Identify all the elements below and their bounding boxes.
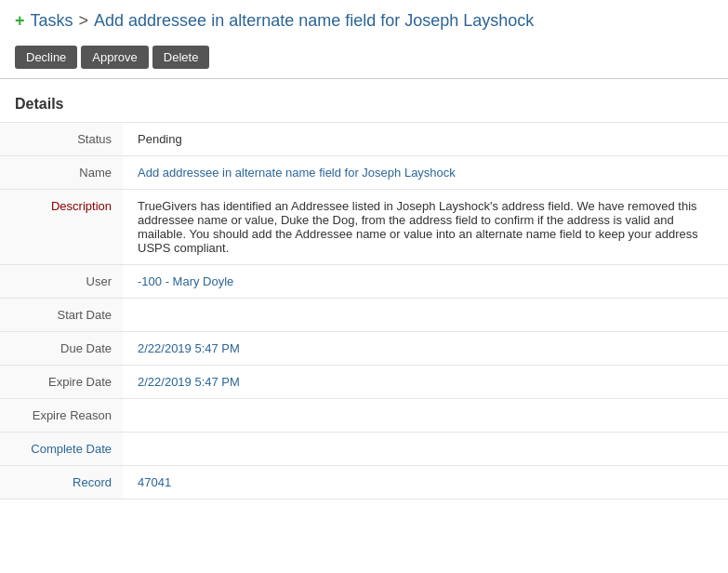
page-header: + Tasks > Add addressee in alternate nam… [0,0,728,40]
details-section-heading: Details [0,88,728,122]
table-row: Complete Date [0,433,728,466]
table-row: Start Date [0,299,728,332]
table-row: NameAdd addressee in alternate name fiel… [0,156,728,190]
breadcrumb-title: Add addressee in alternate name field fo… [94,11,534,31]
table-row: User-100 - Mary Doyle [0,265,728,299]
field-value: 2/22/2019 5:47 PM [123,332,728,366]
field-label: Due Date [0,332,123,366]
field-value [123,433,728,466]
table-row: Expire Reason [0,399,728,433]
field-value: 2/22/2019 5:47 PM [123,366,728,399]
breadcrumb-separator: > [79,11,89,31]
table-row: DescriptionTrueGivers has identified an … [0,190,728,265]
decline-button[interactable]: Decline [15,46,77,69]
field-label: Expire Date [0,366,123,399]
field-label: Status [0,123,123,156]
delete-button[interactable]: Delete [152,46,210,69]
table-row: Expire Date2/22/2019 5:47 PM [0,366,728,399]
field-value: -100 - Mary Doyle [123,265,728,299]
field-value [123,399,728,433]
field-label: User [0,265,123,299]
toolbar: Decline Approve Delete [0,40,728,78]
table-row: Record47041 [0,466,728,500]
field-label: Name [0,156,123,190]
field-value [123,299,728,332]
field-value-link[interactable]: Add addressee in alternate name field fo… [138,166,456,180]
field-label: Record [0,466,123,500]
field-label: Expire Reason [0,399,123,433]
approve-button[interactable]: Approve [81,46,148,69]
field-label: Complete Date [0,433,123,466]
table-row: StatusPending [0,123,728,156]
field-value: TrueGivers has identified an Addressee l… [123,190,728,265]
field-value: Add addressee in alternate name field fo… [123,156,728,190]
field-value: Pending [123,123,728,156]
field-value-link[interactable]: 2/22/2019 5:47 PM [138,341,240,355]
field-value-link[interactable]: -100 - Mary Doyle [138,274,233,288]
field-value-link[interactable]: 2/22/2019 5:47 PM [138,375,240,389]
table-row: Due Date2/22/2019 5:47 PM [0,332,728,366]
field-value-link[interactable]: 47041 [138,475,171,489]
toolbar-divider [0,78,728,79]
breadcrumb-tasks[interactable]: Tasks [31,11,73,31]
field-value: 47041 [123,466,728,500]
details-table: StatusPendingNameAdd addressee in altern… [0,122,728,500]
field-label: Description [0,190,123,265]
field-label: Start Date [0,299,123,332]
plus-icon: + [15,11,25,31]
